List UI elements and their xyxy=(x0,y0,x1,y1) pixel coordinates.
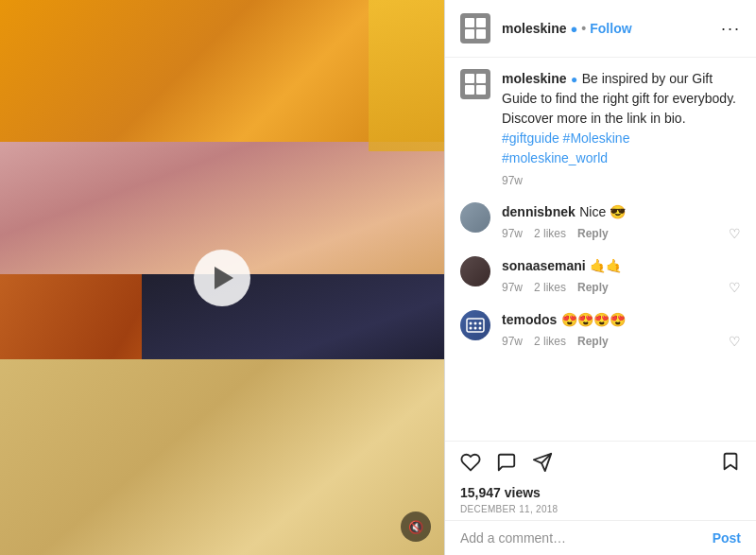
comment-text-temodos: 😍😍😍😍 xyxy=(561,312,626,327)
profile-avatar[interactable] xyxy=(460,13,490,43)
comment-meta-temodos: 97w 2 likes Reply ♡ xyxy=(502,334,741,349)
video-bg-layer-5 xyxy=(0,359,444,555)
comment-content-dennis: dennisbnek Nice 😎 97w 2 likes Reply ♡ xyxy=(502,202,741,241)
comment-row: temodos 😍😍😍😍 97w 2 likes Reply ♡ xyxy=(460,310,741,349)
caption-verified-icon: ● xyxy=(571,73,577,86)
comment-reply-sona[interactable]: Reply xyxy=(577,281,609,294)
comment-username-dennis[interactable]: dennisbnek xyxy=(502,204,576,219)
caption-time: 97w xyxy=(502,174,741,187)
comment-content-temodos: temodos 😍😍😍😍 97w 2 likes Reply ♡ xyxy=(502,310,741,349)
comment-meta-dennis: 97w 2 likes Reply ♡ xyxy=(502,226,741,241)
svg-point-4 xyxy=(470,327,472,330)
svg-point-3 xyxy=(479,322,482,325)
comment-meta-sona: 97w 2 likes Reply ♡ xyxy=(502,280,741,295)
info-panel: moleskine ● • Follow ··· moleskine xyxy=(444,0,756,555)
follow-button[interactable]: Follow xyxy=(590,21,631,36)
header-username-row: moleskine ● • Follow xyxy=(502,21,632,36)
more-options-button[interactable]: ··· xyxy=(721,20,741,37)
comment-time-sona: 97w xyxy=(502,281,523,294)
avatar-grid-icon xyxy=(465,18,486,39)
bookmark-icon xyxy=(720,451,741,472)
comment-avatar-temodos[interactable] xyxy=(460,310,490,340)
action-icons-row xyxy=(460,451,741,477)
share-icon xyxy=(532,452,553,473)
post-date: December 11, 2018 xyxy=(460,504,741,514)
caption-username[interactable]: moleskine xyxy=(502,71,566,86)
verified-badge-icon: ● xyxy=(570,22,577,36)
add-comment-bar: Post xyxy=(445,520,756,555)
header-user-info: moleskine ● • Follow xyxy=(502,21,632,36)
mute-icon: 🔇 xyxy=(408,520,423,534)
comment-time-dennis: 97w xyxy=(502,227,523,240)
svg-point-1 xyxy=(470,322,472,325)
comment-username-temodos[interactable]: temodos xyxy=(502,312,557,327)
comment-likes-temodos: 2 likes xyxy=(534,335,566,348)
comment-reply-dennis[interactable]: Reply xyxy=(577,227,609,240)
caption-body: moleskine ● Be inspired by our Gift Guid… xyxy=(502,69,741,187)
caption-avatar[interactable] xyxy=(460,69,490,99)
comment-row: dennisbnek Nice 😎 97w 2 likes Reply ♡ xyxy=(460,202,741,241)
heart-icon xyxy=(460,452,481,473)
like-button[interactable] xyxy=(460,452,481,477)
comment-text-sona: 🤙🤙 xyxy=(590,258,622,273)
comment-input[interactable] xyxy=(460,530,713,546)
comment-username-sona[interactable]: sonaasemani xyxy=(502,258,586,273)
comment-time-temodos: 97w xyxy=(502,335,523,348)
comment-avatar-sona[interactable] xyxy=(460,256,490,286)
views-count: 15,947 views xyxy=(460,485,741,500)
svg-point-5 xyxy=(474,327,477,330)
video-bg-top-right xyxy=(369,0,444,151)
comment-icon xyxy=(496,452,517,473)
comment-button[interactable] xyxy=(496,452,517,477)
share-button[interactable] xyxy=(532,452,553,477)
bookmark-button[interactable] xyxy=(720,451,741,477)
temodos-avatar-icon xyxy=(466,318,485,333)
post-comment-button[interactable]: Post xyxy=(713,530,741,546)
comments-area: moleskine ● Be inspired by our Gift Guid… xyxy=(445,58,756,441)
header-username-text[interactable]: moleskine xyxy=(502,21,566,36)
dot-separator: • xyxy=(581,21,586,36)
comment-reply-temodos[interactable]: Reply xyxy=(577,335,609,348)
comment-row: sonaasemani 🤙🤙 97w 2 likes Reply ♡ xyxy=(460,256,741,295)
caption-avatar-grid-icon xyxy=(465,74,486,95)
comment-content-sona: sonaasemani 🤙🤙 97w 2 likes Reply ♡ xyxy=(502,256,741,295)
svg-point-2 xyxy=(474,322,477,325)
post-header: moleskine ● • Follow ··· xyxy=(445,0,756,58)
comment-heart-dennis[interactable]: ♡ xyxy=(729,226,741,241)
comment-heart-sona[interactable]: ♡ xyxy=(729,280,741,295)
svg-point-6 xyxy=(479,327,482,330)
comment-heart-temodos[interactable]: ♡ xyxy=(729,334,741,349)
caption-row: moleskine ● Be inspired by our Gift Guid… xyxy=(460,69,741,187)
comment-avatar-dennis[interactable] xyxy=(460,202,490,233)
play-button[interactable] xyxy=(194,250,250,306)
comment-likes-sona: 2 likes xyxy=(534,281,566,294)
svg-rect-0 xyxy=(467,319,484,332)
caption-hashtags[interactable]: #giftguide #Moleskine #moleskine_world xyxy=(502,129,741,168)
play-triangle-icon xyxy=(215,267,233,289)
mute-button[interactable]: 🔇 xyxy=(401,512,431,542)
video-panel: 🔇 xyxy=(0,0,444,555)
actions-bar: 15,947 views December 11, 2018 xyxy=(445,441,756,520)
comment-likes-dennis: 2 likes xyxy=(534,227,566,240)
comment-text-dennis: Nice 😎 xyxy=(579,204,626,219)
